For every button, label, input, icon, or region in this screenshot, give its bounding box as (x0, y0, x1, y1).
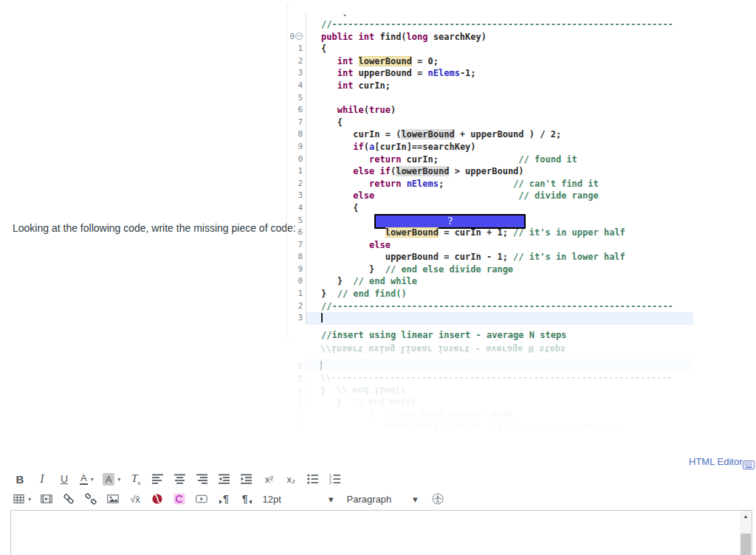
line-number: 9 (287, 263, 306, 276)
superscript-button[interactable]: x² (262, 472, 275, 486)
code-line: 5 (287, 92, 693, 105)
answer-editor[interactable]: ▲ (10, 510, 752, 555)
code-line: 9 } // end else divide range (287, 263, 693, 276)
line-number: 0 (286, 396, 305, 408)
chevron-down-icon: ▾ (28, 496, 31, 503)
line-number (287, 18, 306, 31)
line-number: 2 (287, 178, 306, 190)
line-number: 3 (287, 190, 306, 202)
code-line: 0 } // end while (287, 275, 693, 288)
code-line: 7 { (287, 117, 693, 129)
code-line: 8 upperBound = curIn - 1; // it's in low… (287, 251, 693, 263)
code-line: 2//-------------------------------------… (286, 371, 693, 384)
outdent-button[interactable] (218, 472, 231, 486)
editor-toolbar-row2: ▾√x̄¶¶12pt▾Paragraph▾ (13, 491, 453, 507)
code-cursor-line: 3 (287, 312, 693, 325)
font-size-select[interactable]: 12pt▾ (263, 494, 334, 505)
code-line: 8 curIn = (lowerBound + upperBound ) / 2… (287, 128, 693, 141)
line-number: 1 (287, 165, 306, 178)
line-number: 1 (287, 43, 306, 55)
fold-collapse-icon (295, 32, 303, 40)
bold-button[interactable]: B (13, 472, 27, 486)
clear-formatting-button[interactable]: Tx (129, 472, 142, 486)
code-line: 4 int curIn; (287, 80, 693, 92)
line-number: 5 (287, 92, 306, 105)
line-number: 1 (286, 384, 305, 396)
align-center-button[interactable] (173, 472, 187, 486)
code-line: 4 { (287, 202, 693, 215)
numbered-list-button[interactable]: 123 (329, 472, 342, 486)
align-left-button[interactable] (151, 472, 165, 486)
code-line: 5 ? (287, 215, 693, 227)
format-select[interactable]: Paragraph▾ (347, 494, 418, 505)
chevron-down-icon: ▾ (413, 494, 418, 505)
italic-button[interactable]: I (35, 472, 49, 486)
align-right-button[interactable] (196, 472, 209, 486)
line-number: 6 (287, 227, 306, 239)
html-editor-link[interactable]: HTML Editor (689, 456, 755, 469)
chevron-down-icon: ▾ (91, 476, 94, 483)
line-number: 7 (287, 239, 306, 252)
editor-scrollbar[interactable]: ▲ (740, 511, 752, 555)
line-number: 2 (286, 371, 305, 384)
line-number: 8 (287, 128, 306, 141)
accessibility-checker-button[interactable] (431, 492, 444, 506)
code-line: 0 } // end while (286, 396, 693, 408)
code-line: ` . , (287, 13, 693, 18)
code-screenshot: ` . ,//---------------------------------… (286, 0, 693, 341)
scrollbar-up-arrow[interactable]: ▲ (740, 511, 752, 523)
line-number: 2 (287, 300, 306, 313)
subscript-button[interactable]: x₂ (284, 472, 298, 486)
app-pink-button[interactable] (173, 492, 186, 506)
line-number: 8 (286, 421, 305, 433)
code-line: 6 while(true) (287, 104, 693, 117)
code-line: 0public int find(long searchKey) (287, 31, 693, 44)
image-button[interactable] (106, 492, 120, 506)
format-select-value: Paragraph (347, 494, 392, 505)
code-line: 9 if(a[curIn]==searchKey) (287, 141, 693, 154)
bullet-list-button[interactable] (306, 472, 320, 486)
code-line: 1} // end find() (286, 384, 693, 396)
app-red-button[interactable] (151, 492, 164, 506)
line-number: 5 (287, 215, 306, 227)
indent-button[interactable] (240, 472, 253, 486)
editor-toolbar-row1: BIUA▾A▾Txx²x₂123 (13, 471, 351, 487)
equation-button[interactable]: √x̄ (128, 492, 142, 506)
code-cursor-line: 3 (286, 359, 693, 372)
line-number: 2 (287, 55, 306, 68)
line-number: 7 (286, 432, 305, 445)
rtl-button[interactable]: ¶ (240, 492, 254, 506)
code-line: 3 else // divide range (287, 190, 693, 202)
link-button[interactable] (62, 492, 75, 506)
code-line: 8 upperBound = curIn - 1; // it's in low… (286, 421, 693, 433)
text-cursor (320, 361, 322, 370)
font-size-select-value: 12pt (263, 494, 281, 505)
code-line: 9 } // end else divide range (286, 408, 693, 421)
scrollbar-thumb[interactable] (740, 534, 751, 555)
line-number: 7 (287, 117, 306, 129)
line-number: 8 (287, 251, 306, 263)
table-button[interactable]: ▾ (13, 492, 31, 506)
media-button[interactable] (40, 492, 53, 506)
code-line: 1 else if(lowerBound > upperBound) (287, 165, 693, 178)
line-number: 3 (286, 359, 305, 372)
line-number: 9 (286, 408, 305, 421)
code-line: //--------------------------------------… (287, 18, 693, 31)
code-line: 1} // end find() (287, 288, 693, 300)
code-lines: ` . ,//---------------------------------… (287, 13, 693, 341)
line-number (287, 13, 306, 18)
line-number: 4 (287, 80, 306, 92)
video-embed-button[interactable] (195, 492, 208, 506)
text-color-button[interactable]: A▾ (80, 472, 94, 486)
code-line: 1{ (287, 43, 693, 55)
code-line: 7 else (286, 432, 693, 445)
unlink-button[interactable] (84, 492, 97, 506)
svg-text:3: 3 (329, 480, 331, 485)
code-line: 7 else (287, 239, 693, 252)
code-line: 0 return curIn; // found it (287, 154, 693, 166)
underline-button[interactable]: U (58, 472, 71, 486)
line-number: 9 (287, 141, 306, 154)
background-color-button[interactable]: A▾ (103, 472, 121, 486)
html-editor-label: HTML Editor (689, 456, 742, 467)
ltr-button[interactable]: ¶ (217, 492, 231, 506)
